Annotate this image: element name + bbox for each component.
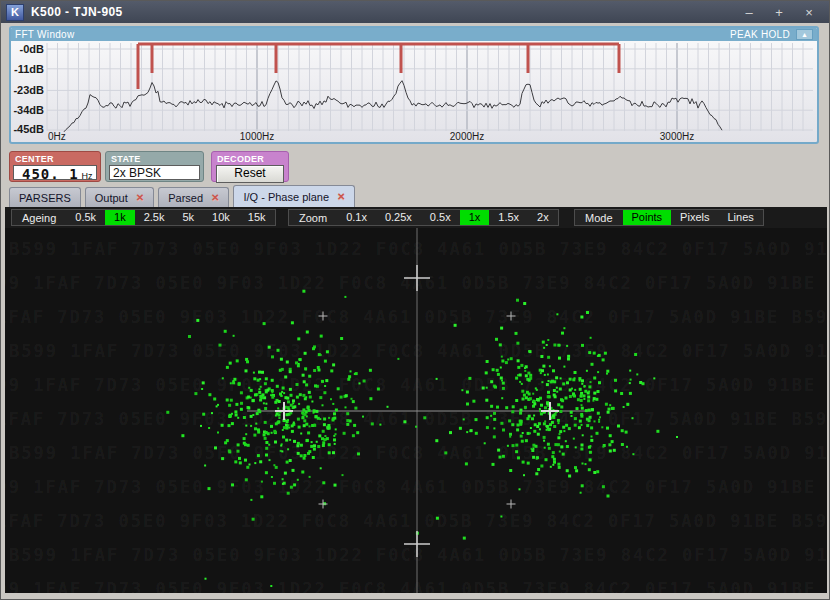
center-frequency-value: 450. 1 bbox=[22, 166, 79, 182]
window-titlebar: K K500 - TJN-905 – + × bbox=[1, 1, 829, 23]
ageing-option[interactable]: 5k bbox=[173, 210, 203, 225]
zoom-option[interactable]: 2x bbox=[528, 210, 558, 225]
fft-header: FFT Window PEAK HOLD ▲ bbox=[11, 28, 817, 41]
center-frequency-panel: CENTER 450. 1 Hz bbox=[9, 151, 101, 182]
fft-x-tick: 1000Hz bbox=[240, 131, 274, 142]
decoder-label: DECODER bbox=[217, 154, 288, 164]
minimize-button[interactable]: – bbox=[743, 5, 755, 20]
tab-iq-phase-plane[interactable]: I/Q - Phase plane ✕ bbox=[233, 185, 355, 207]
fft-spectrum-svg[interactable] bbox=[11, 41, 817, 142]
state-display: 2x BPSK bbox=[109, 165, 200, 180]
tab-close-icon[interactable]: ✕ bbox=[211, 192, 219, 203]
fft-title: FFT Window bbox=[15, 29, 75, 40]
tab-label: Output bbox=[95, 192, 128, 204]
ageing-option[interactable]: 1k bbox=[105, 210, 135, 225]
window-controls: – + × bbox=[743, 5, 829, 20]
maximize-button[interactable]: + bbox=[773, 5, 785, 20]
ageing-group: Ageing 0.5k 1k 2.5k 5k 10k 15k bbox=[11, 209, 276, 226]
peak-hold-label: PEAK HOLD bbox=[730, 29, 790, 40]
zoom-option[interactable]: 0.5x bbox=[421, 210, 460, 225]
center-frequency-unit: Hz bbox=[82, 171, 93, 181]
mode-option[interactable]: Points bbox=[623, 210, 672, 225]
fft-x-tick: 2000Hz bbox=[450, 131, 484, 142]
state-value: 2x BPSK bbox=[113, 166, 161, 180]
ageing-label: Ageing bbox=[12, 212, 66, 224]
peak-hold-control[interactable]: PEAK HOLD ▲ bbox=[730, 29, 813, 40]
zoom-option[interactable]: 0.25x bbox=[376, 210, 421, 225]
fft-x-tick: 3000Hz bbox=[660, 131, 694, 142]
tab-bar: PARSERS Output ✕ Parsed ✕ I/Q - Phase pl… bbox=[9, 185, 359, 207]
tab-parsed[interactable]: Parsed ✕ bbox=[158, 187, 229, 207]
app-window: K K500 - TJN-905 – + × FFT Window PEAK H… bbox=[0, 0, 830, 600]
tab-close-icon[interactable]: ✕ bbox=[136, 192, 144, 203]
tab-label: Parsed bbox=[168, 192, 203, 204]
iq-phase-plane: B599 1FAF 7D73 05E0 9F03 1D22 F0C8 4A61 … bbox=[5, 228, 827, 593]
window-title: K500 - TJN-905 bbox=[31, 5, 123, 19]
constellation-svg bbox=[5, 228, 827, 593]
ageing-option[interactable]: 15k bbox=[239, 210, 275, 225]
app-icon[interactable]: K bbox=[6, 4, 24, 21]
fft-y-tick: -23dB bbox=[11, 84, 44, 96]
fft-panel: FFT Window PEAK HOLD ▲ -0dB -11dB -23dB … bbox=[9, 26, 819, 144]
ageing-option[interactable]: 0.5k bbox=[66, 210, 105, 225]
tab-close-icon[interactable]: ✕ bbox=[337, 191, 345, 202]
mode-label: Mode bbox=[575, 212, 623, 224]
close-button[interactable]: × bbox=[803, 5, 815, 20]
decoder-panel: DECODER Reset bbox=[211, 151, 289, 182]
center-frequency-display: 450. 1 Hz bbox=[13, 165, 97, 180]
fft-y-tick: -11dB bbox=[11, 63, 44, 75]
mode-option[interactable]: Lines bbox=[718, 210, 762, 225]
fft-plot: -0dB -11dB -23dB -34dB -45dB 0Hz 1000Hz … bbox=[11, 41, 817, 142]
fft-y-tick: -34dB bbox=[11, 104, 44, 116]
ageing-option[interactable]: 2.5k bbox=[135, 210, 174, 225]
state-panel: STATE 2x BPSK bbox=[105, 151, 204, 182]
zoom-option[interactable]: 0.1x bbox=[337, 210, 376, 225]
peak-hold-collapse-icon[interactable]: ▲ bbox=[796, 29, 813, 40]
zoom-group: Zoom 0.1x 0.25x 0.5x 1x 1.5x 2x bbox=[288, 209, 559, 226]
zoom-option[interactable]: 1.5x bbox=[489, 210, 528, 225]
zoom-label: Zoom bbox=[289, 212, 337, 224]
tab-parsers[interactable]: PARSERS bbox=[9, 187, 81, 207]
iq-toolbar: Ageing 0.5k 1k 2.5k 5k 10k 15k Zoom 0.1x… bbox=[5, 207, 827, 228]
tab-label: I/Q - Phase plane bbox=[243, 191, 329, 203]
fft-y-tick: -45dB bbox=[11, 123, 44, 135]
fft-x-tick: 0Hz bbox=[48, 131, 66, 142]
zoom-option[interactable]: 1x bbox=[460, 210, 490, 225]
reset-button[interactable]: Reset bbox=[216, 165, 284, 183]
center-label: CENTER bbox=[15, 154, 100, 164]
tab-output[interactable]: Output ✕ bbox=[85, 187, 154, 207]
state-label: STATE bbox=[111, 154, 203, 164]
fft-y-tick: -0dB bbox=[11, 43, 44, 55]
mode-option[interactable]: Pixels bbox=[671, 210, 718, 225]
ageing-option[interactable]: 10k bbox=[203, 210, 239, 225]
mode-group: Mode Points Pixels Lines bbox=[574, 209, 764, 226]
tab-label: PARSERS bbox=[19, 192, 71, 204]
